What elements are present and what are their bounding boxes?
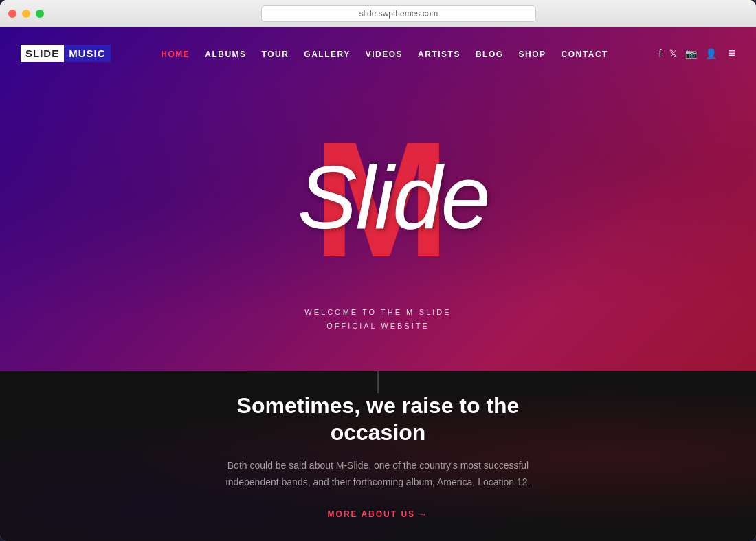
logo[interactable]: SLIDE MUSIC [21,45,111,62]
browser-titlebar: slide.swpthemes.com [0,0,756,27]
nav-item-contact[interactable]: CONTACT [562,47,608,60]
logo-music: MUSIC [64,45,110,62]
hero-subtitle: WELCOME TO THE M-SLIDE OFFICIAL WEBSITE [304,306,451,333]
nav-item-home[interactable]: HOME [161,47,190,60]
nav-item-artists[interactable]: ARTISTS [418,47,460,60]
instagram-icon[interactable]: 📷 [685,48,697,59]
nav-link-videos[interactable]: VIDEOS [366,49,403,59]
nav-link-gallery[interactable]: GALLERY [304,49,350,59]
website: SLIDE MUSIC HOME ALBUMS TOUR GALLERY VID… [0,27,756,541]
hero-subtitle-line2: OFFICIAL WEBSITE [304,320,451,333]
nav-item-blog[interactable]: BLOG [476,47,504,60]
nav-item-albums[interactable]: ALBUMS [205,47,246,60]
close-button[interactable] [8,10,16,18]
nav-link-blog[interactable]: BLOG [476,49,504,59]
nav-item-videos[interactable]: VIDEOS [366,47,403,60]
nav-link-shop[interactable]: SHOP [519,49,546,59]
about-description: Both could be said about M-Slide, one of… [223,458,533,491]
hero-subtitle-line1: WELCOME TO THE M-SLIDE [304,306,451,320]
hero-section: M Slide WELCOME TO THE M-SLIDE OFFICIAL … [0,27,756,371]
about-content: Sometimes, we raise to the occasion Both… [223,393,533,519]
about-heading: Sometimes, we raise to the occasion [223,393,533,445]
facebook-icon[interactable]: f [659,48,662,59]
separator-line [378,371,379,393]
hamburger-menu-icon[interactable]: ≡ [728,46,735,60]
nav-item-gallery[interactable]: GALLERY [304,47,350,60]
nav-link-artists[interactable]: ARTISTS [418,49,460,59]
browser-window: slide.swpthemes.com SLIDE MUSIC HOME ALB… [0,0,756,541]
navbar: SLIDE MUSIC HOME ALBUMS TOUR GALLERY VID… [0,27,756,79]
about-section: Sometimes, we raise to the occasion Both… [0,371,756,541]
nav-menu: HOME ALBUMS TOUR GALLERY VIDEOS ARTISTS … [161,47,608,60]
url-bar[interactable]: slide.swpthemes.com [261,5,536,22]
twitter-icon[interactable]: 𝕏 [669,48,677,59]
nav-link-home[interactable]: HOME [161,49,190,59]
browser-content: SLIDE MUSIC HOME ALBUMS TOUR GALLERY VID… [0,27,756,541]
user-icon[interactable]: 👤 [705,48,717,59]
social-links: f 𝕏 📷 👤 ≡ [659,46,735,60]
nav-item-shop[interactable]: SHOP [519,47,546,60]
hero-script-title: Slide [298,146,489,249]
logo-slide: SLIDE [21,45,64,62]
nav-link-tour[interactable]: TOUR [262,49,289,59]
minimize-button[interactable] [22,10,30,18]
nav-link-contact[interactable]: CONTACT [562,49,608,59]
nav-link-albums[interactable]: ALBUMS [205,49,246,59]
about-more-link[interactable]: MORE ABOUT US [328,509,429,519]
maximize-button[interactable] [36,10,44,18]
nav-item-tour[interactable]: TOUR [262,47,289,60]
